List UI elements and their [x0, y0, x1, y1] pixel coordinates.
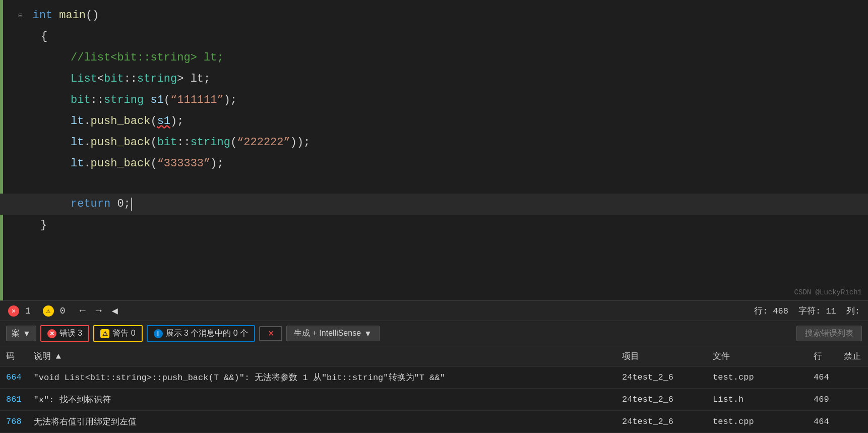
- error-project: 24test_2_6: [616, 366, 707, 389]
- punct: (: [150, 112, 157, 131]
- string-literal: “333333”: [157, 154, 211, 173]
- error-filter-btn[interactable]: ✕ 错误 3: [40, 325, 89, 342]
- status-bar: ✕ 1 ⚠ 0 ← → ◀ 行: 468 字符: 11 列:: [0, 300, 868, 321]
- build-dropdown-arrow: ▼: [364, 329, 372, 338]
- punct: );: [210, 154, 223, 173]
- punct: (: [150, 154, 157, 173]
- col-header-desc[interactable]: 说明 ▲: [28, 346, 616, 366]
- fold-icon[interactable]: ⊟: [18, 6, 22, 25]
- punct: (: [150, 133, 157, 152]
- punct: ::: [177, 133, 190, 152]
- error-code: 768: [0, 411, 28, 433]
- error-icon[interactable]: ✕: [8, 305, 19, 317]
- variable: lt: [71, 133, 84, 152]
- dropdown-arrow-icon: ▼: [23, 329, 31, 338]
- table-header-row: 码 说明 ▲ 项目 文件 行 禁止: [0, 346, 868, 366]
- next-arrow[interactable]: →: [96, 305, 102, 317]
- error-count: 1: [25, 306, 31, 316]
- info-filter-btn[interactable]: i 展示 3 个消息中的 0 个: [147, 325, 256, 342]
- keyword: return: [71, 195, 110, 214]
- line-content: {: [31, 27, 47, 46]
- namespace: bit: [71, 91, 91, 110]
- search-errors-label: 搜索错误列表: [805, 329, 853, 337]
- code-line: }: [0, 215, 868, 236]
- error-desc: "void List<bit::string>::push_back(T &&)…: [28, 366, 616, 389]
- warning-triangle-icon: ⚠: [100, 329, 109, 338]
- case-dropdown[interactable]: 案 ▼: [6, 326, 36, 341]
- comment: //list<bit::string> lt;: [71, 48, 224, 68]
- custom-filter-btn[interactable]: ✕: [259, 326, 282, 341]
- code-editor[interactable]: ⊟ int main () { //list<bit::string> lt; …: [0, 0, 868, 300]
- punct: (: [164, 91, 170, 110]
- char-indicator: 字符: 11: [798, 305, 836, 317]
- error-table: 码 说明 ▲ 项目 文件 行 禁止: [0, 346, 868, 433]
- table-row[interactable]: 768 无法将右值引用绑定到左值 24test_2_6 test.cpp 464: [0, 411, 868, 433]
- punct: ));: [290, 133, 311, 152]
- warning-icon[interactable]: ⚠: [43, 305, 54, 317]
- error-code-link[interactable]: 664: [6, 373, 22, 382]
- code-line: bit :: string s1 ( “111111” );: [0, 90, 868, 111]
- type: string: [137, 70, 177, 89]
- error-code-link[interactable]: 861: [6, 395, 22, 404]
- case-dropdown-label: 案: [12, 328, 20, 339]
- punct: );: [170, 112, 183, 131]
- punct: .: [84, 154, 90, 173]
- warning-filter-btn[interactable]: ⚠ 警告 0: [93, 325, 142, 342]
- punct: ::: [124, 70, 137, 89]
- punct: .: [84, 112, 90, 131]
- build-intellisense-btn[interactable]: 生成 + IntelliSense ▼: [286, 326, 380, 341]
- warning-btn-label: 警告 0: [112, 328, 135, 339]
- search-errors-btn[interactable]: 搜索错误列表: [796, 326, 862, 341]
- info-btn-label: 展示 3 个消息中的 0 个: [166, 328, 249, 339]
- error-desc: "x": 找不到标识符: [28, 389, 616, 411]
- status-right: 行: 468 字符: 11 列:: [754, 305, 860, 317]
- code-line: [0, 174, 868, 194]
- code-line: {: [0, 26, 868, 47]
- line-content: bit :: string s1 ( “111111” );: [30, 91, 237, 110]
- namespace: bit: [157, 133, 177, 152]
- line-content: lt . push_back ( s1 );: [30, 112, 183, 131]
- error-code: 664: [0, 366, 28, 389]
- code-line: lt . push_back ( “333333” );: [0, 153, 868, 174]
- line-content: return 0;: [30, 195, 132, 214]
- line-indicator: 行: 468: [754, 305, 788, 317]
- variable-error: s1: [157, 112, 170, 131]
- method: push_back: [91, 133, 151, 152]
- text-cursor: [131, 198, 132, 211]
- variable: s1: [150, 91, 163, 110]
- error-suppress: [838, 366, 868, 389]
- type: List: [71, 70, 97, 89]
- variable: lt: [71, 112, 84, 131]
- space: [52, 6, 59, 25]
- prev-arrow[interactable]: ←: [80, 305, 86, 317]
- col-header-suppress: 禁止: [838, 346, 868, 366]
- string-literal: “111111”: [170, 91, 224, 110]
- error-project: 24test_2_6: [616, 411, 707, 433]
- method: push_back: [91, 112, 151, 131]
- filter-icon: ✕: [266, 329, 275, 338]
- space: 0;: [110, 195, 131, 214]
- error-desc: 无法将右值引用绑定到左值: [28, 411, 616, 433]
- error-line: 464: [808, 411, 838, 433]
- code-line: //list<bit::string> lt;: [0, 47, 868, 69]
- code-line: List < bit :: string > lt;: [0, 69, 868, 90]
- error-suppress: [838, 389, 868, 411]
- method: push_back: [91, 154, 151, 173]
- line-content: lt . push_back ( “333333” );: [30, 154, 224, 173]
- punct: <: [97, 70, 104, 89]
- code-line-active: return 0;: [0, 194, 868, 215]
- watermark: CSDN @LuckyRich1: [794, 288, 862, 296]
- error-file: test.cpp: [707, 366, 808, 389]
- space: [144, 91, 150, 110]
- line-content: List < bit :: string > lt;: [30, 70, 210, 89]
- build-label: 生成 + IntelliSense: [294, 328, 361, 339]
- error-code: 861: [0, 389, 28, 411]
- sort-indicator: ▲: [56, 352, 61, 361]
- error-project: 24test_2_6: [616, 389, 707, 411]
- down-arrow[interactable]: ◀: [112, 304, 118, 317]
- error-code-link[interactable]: 768: [6, 417, 22, 426]
- punct: .: [84, 133, 90, 152]
- line-content: //list<bit::string> lt;: [30, 48, 224, 68]
- table-row[interactable]: 861 "x": 找不到标识符 24test_2_6 List.h 469: [0, 389, 868, 411]
- table-row[interactable]: 664 "void List<bit::string>::push_back(T…: [0, 366, 868, 389]
